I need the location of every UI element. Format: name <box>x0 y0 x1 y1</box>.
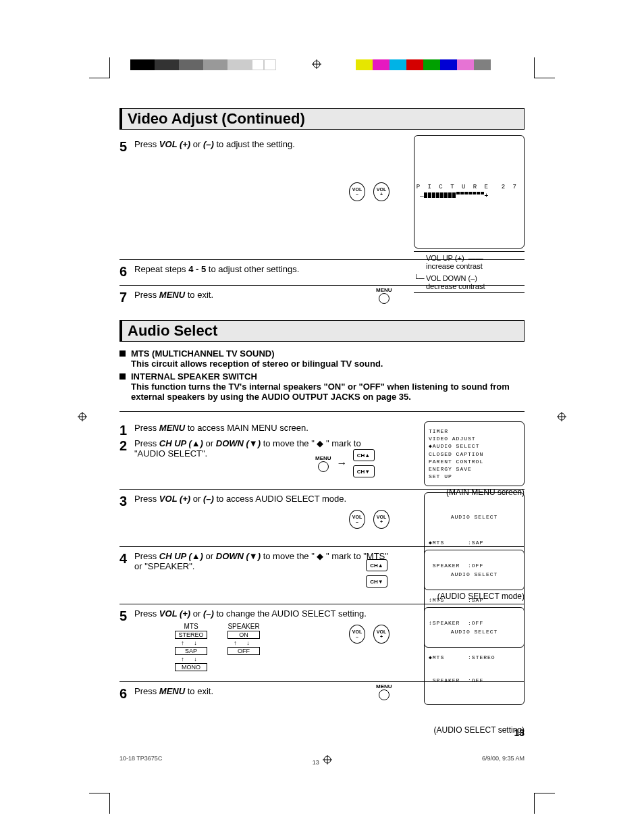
picture-value: 2 7 <box>502 184 518 190</box>
footer-timestamp: 6/9/00, 9:35 AM <box>482 755 525 766</box>
speaker-header: SPEAKER <box>227 623 259 630</box>
vol-down-button-icon: VOL – <box>349 510 365 529</box>
color-bar <box>356 59 491 73</box>
footer-doc-id: 10-18 TP3675C <box>119 755 162 766</box>
updown-arrows-icon: ↑ ↓ <box>181 640 201 646</box>
bullet-icon <box>119 373 126 380</box>
section-title-video-adjust: Video Adjust (Continued) <box>119 108 525 130</box>
arrow-right-icon: → <box>337 457 348 469</box>
tv-screen-mock: P I C T U R E 2 7 –+ <box>414 135 525 249</box>
menu-item: VIDEO ADJUST <box>429 435 520 442</box>
option-mono: MONO <box>175 663 207 671</box>
step-audio-4: 4 Press CH UP (▲) or DOWN (▼) to move th… <box>119 547 525 604</box>
pointer-mark-icon: ◆ <box>317 551 323 561</box>
registration-target-icon <box>78 412 87 424</box>
menu-item-selected: ◆AUDIO SELECT <box>429 442 520 450</box>
step-text: Press <box>134 608 159 619</box>
step-video-5: 5 Press VOL (+) or (–) to adjust the set… <box>119 135 525 260</box>
step-text: Press <box>134 423 159 433</box>
page-content: Video Adjust (Continued) 5 Press VOL (+)… <box>119 108 525 707</box>
footer-info: 10-18 TP3675C 13 6/9/00, 9:35 AM <box>119 755 525 766</box>
mts-header: MTS <box>184 623 198 630</box>
step-video-7: 7 Press MENU to exit. MENU <box>119 286 525 311</box>
screen-title: AUDIO SELECT <box>429 571 520 578</box>
step-text: to adjust the setting. <box>214 139 295 149</box>
option-on: ON <box>227 631 260 639</box>
ch-up-button-icon: CH▲ <box>366 559 387 571</box>
vol-minus-label: (–) <box>203 494 214 504</box>
pointer-mark-icon: ◆ <box>317 438 323 448</box>
step-audio-6: 6 Press MENU to exit. MENU <box>119 682 525 707</box>
step-text: to exit. <box>185 686 213 696</box>
menu-btn-label: MENU <box>376 683 392 689</box>
step-text: Press <box>134 686 159 696</box>
audio-intro: MTS (MULTICHANNEL TV SOUND) This circuit… <box>119 348 525 412</box>
step-text: Press <box>134 139 159 149</box>
registration-target-icon <box>557 412 566 424</box>
audio-setting-screen-diagram: AUDIO SELECT ◆MTS :STEREO SPEAKER :OFF (… <box>424 607 525 735</box>
step-number: 6 <box>119 686 134 702</box>
option-stereo: STEREO <box>175 631 207 639</box>
ch-down-button-icon: CH▼ <box>353 465 375 477</box>
menu-item: PARENT CONTROL <box>429 458 520 465</box>
ch-up-label: CH UP (▲) <box>159 551 203 561</box>
step-text: Press <box>134 494 159 504</box>
step-number: 4 <box>119 551 134 567</box>
step-text: or <box>203 551 216 561</box>
updown-arrows-icon: ↑ ↓ <box>234 640 254 646</box>
step-text: to move the " <box>261 551 317 561</box>
step-number: 5 <box>119 608 134 624</box>
step-text: to access AUDIO SELECT mode. <box>214 494 346 504</box>
vol-buttons-diagram: VOL – VOL + <box>349 182 390 201</box>
footer-page: 13 <box>313 759 319 766</box>
step-text: Repeat steps <box>134 264 188 274</box>
section-title-audio-select: Audio Select <box>119 320 525 342</box>
picture-label: P I C T U R E <box>417 184 490 190</box>
step-number: 1 <box>119 423 134 438</box>
menu-item: ENERGY SAVE <box>429 465 520 473</box>
step-audio-1-2: 1 Press MENU to access MAIN MENU screen.… <box>119 419 525 490</box>
step-audio-5: 5 Press VOL (+) or (–) to change the AUD… <box>119 604 525 682</box>
step-text: or <box>203 438 216 448</box>
menu-button-icon: MENU <box>376 683 392 700</box>
menu-btn-label: MENU <box>315 455 331 461</box>
mts-desc: This circuit allows reception of stereo … <box>131 359 525 369</box>
menu-btn-label: MENU <box>376 287 392 293</box>
step-text: or <box>190 139 203 149</box>
screen-title: AUDIO SELECT <box>429 513 520 521</box>
menu-label: MENU <box>159 290 185 300</box>
menu-item: CLOSED CAPTION <box>429 450 520 458</box>
vol-down-button-icon: VOL – <box>349 182 365 201</box>
main-menu-screen-diagram: TIMER VIDEO ADJUST ◆AUDIO SELECT CLOSED … <box>424 421 525 497</box>
step-text: to access MAIN MENU screen. <box>185 423 308 433</box>
option-off: OFF <box>227 647 260 655</box>
step-number: 7 <box>119 290 134 305</box>
step-range: 4 - 5 <box>188 264 206 274</box>
screen-line: ↕MTS :SAP <box>429 596 520 604</box>
speaker-switch-title: INTERNAL SPEAKER SWITCH <box>131 371 525 382</box>
updown-arrows-icon: ↑ ↓ <box>181 656 201 662</box>
vol-up-button-icon: VOL + <box>373 510 390 529</box>
step-text: Press <box>134 551 159 561</box>
menu-label: MENU <box>159 686 185 696</box>
printer-marks-bottom <box>0 793 644 827</box>
step-text: to adjust other settings. <box>206 264 299 274</box>
step-video-6: 6 Repeat steps 4 - 5 to adjust other set… <box>119 260 525 286</box>
menu-label: MENU <box>159 423 185 433</box>
vol-minus-label: (–) <box>203 139 214 149</box>
step-number: 3 <box>119 494 134 509</box>
screen-line: ◆MTS :SAP <box>429 539 520 546</box>
ch-down-label: DOWN (▼) <box>216 438 261 448</box>
option-sap: SAP <box>175 647 207 655</box>
step-number: 6 <box>119 264 134 280</box>
ch-down-label: DOWN (▼) <box>216 551 261 561</box>
vol-plus-label: VOL (+) <box>159 494 190 504</box>
ch-up-label: CH UP (▲) <box>159 438 203 448</box>
vol-up-button-icon: VOL + <box>373 625 390 644</box>
vol-minus-label: (–) <box>203 608 214 619</box>
step-number: 5 <box>119 139 134 155</box>
vol-plus-label: VOL (+) <box>159 139 190 149</box>
crop-mark-icon <box>89 793 110 814</box>
menu-item: TIMER <box>429 427 520 435</box>
step-text: or <box>190 494 203 504</box>
